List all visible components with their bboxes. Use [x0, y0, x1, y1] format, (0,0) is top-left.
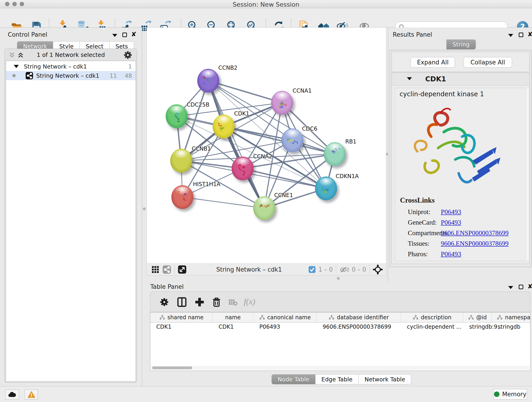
entry-header[interactable]: CDK1: [392, 73, 529, 85]
selected-checkbox-icon[interactable]: [308, 266, 316, 273]
crosslink-link[interactable]: P06493: [441, 250, 461, 258]
tab-string[interactable]: String: [446, 39, 476, 50]
column-header-name[interactable]: name: [213, 313, 253, 322]
control-panel-collapse-icon[interactable]: [112, 34, 117, 37]
current-network-title: String Network – cdk1: [216, 266, 282, 273]
table-tabbar: Node TableEdge TableNetwork Table: [272, 374, 411, 384]
title-bar: Session: New Session: [0, 0, 532, 8]
column-header-canonical-name[interactable]: canonical name: [253, 313, 317, 322]
table-scrollbar-thumb[interactable]: [152, 366, 192, 369]
crosslink-label: Tissues:: [408, 240, 429, 247]
function-builder-icon[interactable]: f(x): [244, 297, 264, 307]
entry-scrollbar[interactable]: [526, 88, 529, 261]
column-header-shared-name[interactable]: shared name: [150, 313, 213, 322]
network-node-CDK1[interactable]: [213, 115, 234, 138]
string-network-icon: [26, 72, 33, 79]
network-node-CDC25B[interactable]: [166, 104, 188, 128]
collection-count-badge: 1: [128, 63, 132, 70]
table-cell[interactable]: cyclin-dependent ...: [401, 322, 463, 331]
network-node-CCNA1[interactable]: [271, 91, 293, 115]
horizontal-splitter-handle[interactable]: [337, 277, 340, 280]
warnings-button[interactable]: [25, 389, 38, 400]
warning-icon: [27, 391, 36, 398]
results-panel-close-icon[interactable]: ✘: [527, 32, 532, 37]
network-options-gear-icon[interactable]: [123, 50, 133, 60]
delete-table-icon[interactable]: [228, 297, 238, 307]
network-node-CDC6[interactable]: [281, 128, 303, 152]
network-node-CDKN1A[interactable]: [315, 177, 337, 200]
results-panel-float-icon[interactable]: [519, 32, 523, 37]
network-node-HIST1H1A[interactable]: [171, 185, 193, 209]
column-header-database-identifier[interactable]: database identifier: [317, 313, 401, 322]
table-cell[interactable]: stringdb:9...: [463, 322, 492, 331]
table-options-gear-icon[interactable]: [159, 297, 170, 307]
network-view-toolbar: String Network – cdk1 1 – 0 0 – 0: [147, 264, 386, 275]
open-in-window-icon[interactable]: [178, 265, 186, 274]
table-row[interactable]: CDK1CDK1P064939606.ENSP00000378699cyclin…: [150, 322, 530, 331]
column-header-label: shared name: [167, 314, 203, 321]
crosslink-link[interactable]: 9606.ENSP00000378699: [441, 229, 509, 237]
table-panel-close-icon[interactable]: ✘: [527, 284, 532, 289]
cloud-status-button[interactable]: [5, 389, 19, 400]
cloud-icon: [8, 391, 17, 398]
grid-view-icon[interactable]: [152, 266, 159, 274]
column-header-label: name: [225, 314, 241, 321]
network-edge-CCNB2-CCNE1[interactable]: [208, 81, 264, 208]
protein-thumbnail-icon: [329, 148, 340, 161]
network-badge-icon[interactable]: [162, 265, 171, 274]
memory-button[interactable]: Memory: [493, 389, 527, 400]
table-panel-title: Table Panel: [150, 283, 184, 290]
table-cell[interactable]: 9606.ENSP00000378699: [317, 322, 401, 331]
network-collection-row[interactable]: String Network – cdk1 1: [6, 62, 136, 71]
column-header-label: canonical name: [267, 314, 311, 321]
network-tree: String Network – cdk1 1: [6, 61, 136, 382]
table-scrollbar-track[interactable]: [151, 366, 529, 370]
protein-thumbnail-icon: [287, 134, 298, 147]
network-node-CCNB2[interactable]: [197, 69, 219, 93]
table-cell[interactable]: CDK1: [150, 322, 213, 331]
network-edge-HIST1H1A-CCNE1[interactable]: [182, 197, 264, 208]
expand-all-button[interactable]: Expand All: [411, 57, 455, 68]
network-edge-CCNB2-CCNA1[interactable]: [208, 81, 282, 103]
crosslink-link[interactable]: P06493: [441, 219, 461, 226]
network-node-CCNA2[interactable]: [232, 157, 254, 180]
tab-network-table[interactable]: Network Table: [359, 374, 411, 384]
control-panel-float-icon[interactable]: [122, 32, 127, 37]
node-table: shared namename canonical name database …: [150, 312, 530, 371]
table-cell[interactable]: stringdb: [492, 322, 530, 331]
show-columns-icon[interactable]: [177, 297, 187, 307]
tree-expand-caret-icon[interactable]: [14, 65, 19, 68]
network-row-selected[interactable]: String Network – cdk1 11 48: [6, 71, 136, 80]
network-node-RB1[interactable]: [324, 142, 346, 166]
column-header-description[interactable]: description: [401, 313, 463, 322]
delete-column-trash-icon[interactable]: [211, 297, 222, 307]
entry-collapse-caret-icon[interactable]: [407, 77, 412, 80]
node-label-CDK1: CDK1: [234, 110, 249, 117]
table-cell[interactable]: P06493: [253, 322, 317, 331]
node-label-RB1: RB1: [345, 138, 356, 145]
create-column-plus-icon[interactable]: [194, 297, 205, 307]
left-splitter-handle[interactable]: [143, 207, 146, 211]
table-cell[interactable]: CDK1: [213, 322, 253, 331]
network-node-CCNE1[interactable]: [253, 196, 275, 220]
network-edge-CCNA2-CDKN1A[interactable]: [243, 168, 326, 188]
table-panel-float-icon[interactable]: [519, 285, 523, 289]
network-node-CCNB1[interactable]: [170, 149, 192, 172]
results-panel-collapse-icon[interactable]: [508, 34, 513, 37]
node-label-CCNA2: CCNA2: [253, 153, 272, 160]
table-panel-collapse-icon[interactable]: [508, 286, 513, 289]
shared-column-icon: [329, 315, 335, 320]
column-header--id[interactable]: @id: [463, 313, 492, 322]
hidden-count: 0 – 0: [352, 266, 366, 273]
network-canvas[interactable]: CCNB2CCNA1CDC25BCDK1CDC6RB1CCNB1CCNA2CDK…: [147, 27, 386, 264]
tab-node-table[interactable]: Node Table: [272, 374, 316, 384]
protein-thumbnail-icon: [177, 191, 188, 204]
collapse-all-button[interactable]: Collapse All: [463, 57, 512, 68]
birdseye-navigator-icon[interactable]: [373, 264, 383, 274]
crosslink-link[interactable]: 9606.ENSP00000378699: [441, 240, 509, 247]
column-header-namespace[interactable]: namespace: [492, 313, 530, 322]
crosslink-link[interactable]: P06493: [441, 208, 461, 216]
control-panel-close-icon[interactable]: ✘: [131, 32, 136, 37]
tab-edge-table[interactable]: Edge Table: [316, 374, 359, 384]
hidden-eye-icon[interactable]: [339, 266, 349, 274]
